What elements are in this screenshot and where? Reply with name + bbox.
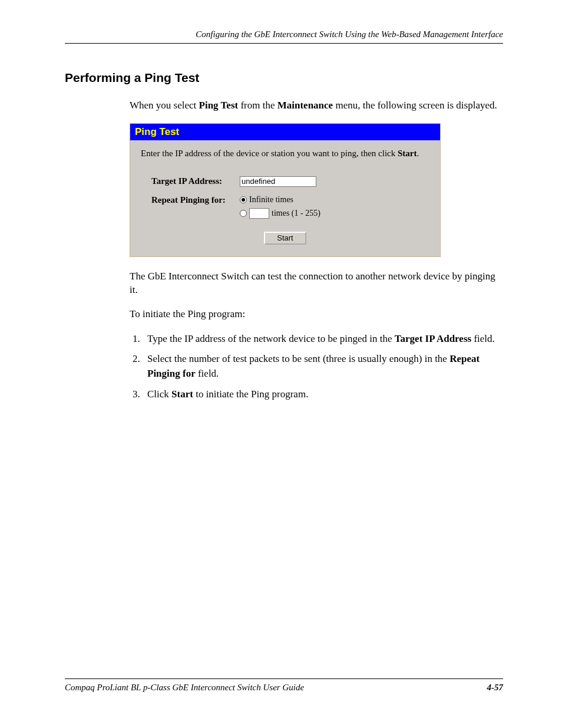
radio-infinite[interactable] bbox=[240, 196, 247, 203]
panel-instruction: Enter the IP address of the device or st… bbox=[141, 149, 429, 159]
repeat-radio-group: Infinite times times (1 - 255) bbox=[240, 195, 320, 219]
target-ip-label: Target IP Address: bbox=[151, 176, 240, 186]
target-ip-input[interactable] bbox=[240, 176, 316, 187]
section-title: Performing a Ping Test bbox=[65, 71, 503, 85]
instr-post: . bbox=[417, 149, 419, 158]
repeat-label: Repeat Pinging for: bbox=[151, 195, 240, 205]
intro-text-post: menu, the following screen is displayed. bbox=[333, 100, 497, 111]
s2-post: field. bbox=[196, 368, 219, 379]
s3-pre: Click bbox=[147, 388, 171, 400]
times-input[interactable] bbox=[249, 208, 269, 219]
s1-post: field. bbox=[471, 333, 495, 344]
s3-bold: Start bbox=[171, 388, 193, 400]
footer-page-number: 4-57 bbox=[487, 683, 504, 693]
repeat-row: Repeat Pinging for: Infinite times times… bbox=[151, 195, 429, 219]
radio-infinite-line[interactable]: Infinite times bbox=[240, 195, 320, 205]
step-2: Select the number of test packets to be … bbox=[143, 352, 503, 381]
s2-pre: Select the number of test packets to be … bbox=[147, 353, 449, 364]
intro-bold-1: Ping Test bbox=[199, 100, 239, 111]
intro-paragraph: When you select Ping Test from the Maint… bbox=[130, 99, 503, 113]
target-ip-row: Target IP Address: bbox=[151, 176, 429, 187]
intro-bold-2: Maintenance bbox=[277, 100, 333, 111]
s1-bold: Target IP Address bbox=[395, 333, 471, 344]
instr-pre: Enter the IP address of the device or st… bbox=[141, 149, 398, 158]
step-1: Type the IP address of the network devic… bbox=[143, 332, 503, 347]
start-row: Start bbox=[141, 232, 429, 245]
running-header: Configuring the GbE Interconnect Switch … bbox=[65, 29, 503, 44]
radio-times-suffix: times (1 - 255) bbox=[272, 209, 320, 218]
radio-times[interactable] bbox=[240, 210, 247, 217]
start-button[interactable]: Start bbox=[264, 232, 306, 245]
steps-list: Type the IP address of the network devic… bbox=[130, 332, 503, 402]
intro-text: When you select bbox=[130, 100, 199, 111]
step-3: Click Start to initiate the Ping program… bbox=[143, 387, 503, 402]
instr-bold: Start bbox=[398, 149, 417, 158]
radio-times-line[interactable]: times (1 - 255) bbox=[240, 208, 320, 219]
page-footer: Compaq ProLiant BL p-Class GbE Interconn… bbox=[65, 678, 503, 693]
radio-infinite-label: Infinite times bbox=[249, 195, 293, 205]
intro-text-mid: from the bbox=[238, 100, 277, 111]
ping-test-panel: Ping Test Enter the IP address of the de… bbox=[130, 123, 441, 257]
s3-post: to initiate the Ping program. bbox=[193, 388, 308, 400]
after-text-2: To initiate the Ping program: bbox=[130, 308, 503, 321]
panel-body: Enter the IP address of the device or st… bbox=[130, 140, 440, 256]
footer-title: Compaq ProLiant BL p-Class GbE Interconn… bbox=[65, 683, 304, 693]
panel-title: Ping Test bbox=[130, 124, 440, 140]
s1-pre: Type the IP address of the network devic… bbox=[147, 333, 395, 344]
after-text-1: The GbE Interconnect Switch can test the… bbox=[130, 270, 503, 297]
